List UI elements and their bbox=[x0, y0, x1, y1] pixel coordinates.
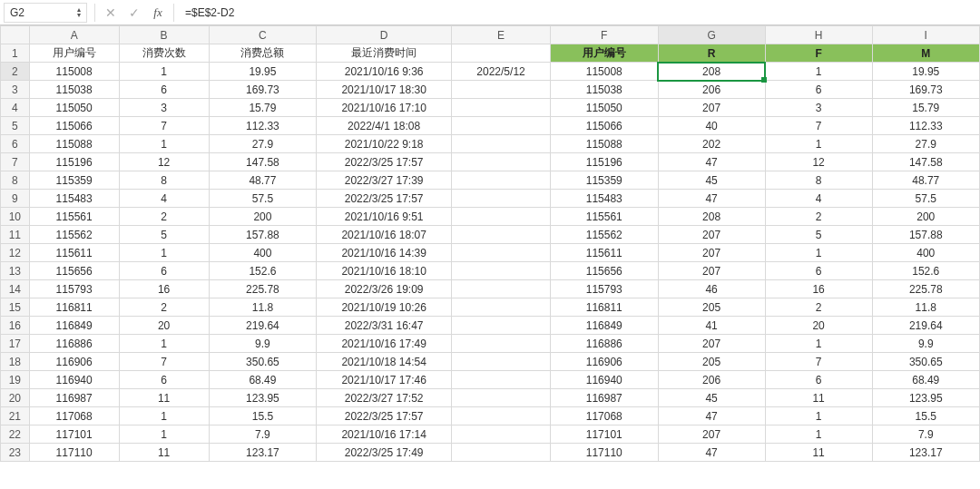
cell-A9[interactable]: 115483 bbox=[29, 190, 119, 208]
cell-H19[interactable]: 6 bbox=[765, 371, 872, 389]
cell-F21[interactable]: 117068 bbox=[550, 407, 658, 425]
cell-G22[interactable]: 207 bbox=[658, 425, 765, 444]
cell-F10[interactable]: 115561 bbox=[550, 208, 658, 226]
cell-F19[interactable]: 116940 bbox=[550, 371, 658, 389]
cell-I20[interactable]: 123.95 bbox=[872, 389, 979, 407]
cell-D8[interactable]: 2022/3/27 17:39 bbox=[317, 171, 452, 190]
cell-D10[interactable]: 2021/10/16 9:51 bbox=[317, 208, 452, 226]
cell-A11[interactable]: 115562 bbox=[29, 226, 119, 244]
cell-E16[interactable] bbox=[452, 317, 551, 335]
cell-A12[interactable]: 115611 bbox=[29, 244, 119, 262]
col-header-E[interactable]: E bbox=[452, 26, 551, 44]
col-header-I[interactable]: I bbox=[872, 26, 979, 44]
row-header-14[interactable]: 14 bbox=[1, 280, 30, 298]
row-header-23[interactable]: 23 bbox=[1, 444, 30, 462]
cell-I2[interactable]: 19.95 bbox=[872, 63, 979, 81]
cell-C22[interactable]: 7.9 bbox=[209, 425, 317, 444]
cell-F16[interactable]: 116849 bbox=[550, 317, 658, 335]
cell-I10[interactable]: 200 bbox=[872, 208, 979, 226]
cell-G23[interactable]: 47 bbox=[658, 444, 765, 462]
cell-E18[interactable] bbox=[452, 353, 551, 371]
row-header-6[interactable]: 6 bbox=[1, 135, 30, 153]
cell-H4[interactable]: 3 bbox=[765, 99, 872, 117]
cell-H22[interactable]: 1 bbox=[765, 425, 872, 444]
cell-E19[interactable] bbox=[452, 371, 551, 389]
cell-B12[interactable]: 1 bbox=[119, 244, 209, 262]
cell-A2[interactable]: 115008 bbox=[29, 63, 119, 81]
col-header-D[interactable]: D bbox=[317, 26, 452, 44]
row-header-5[interactable]: 5 bbox=[1, 117, 30, 135]
row-header-16[interactable]: 16 bbox=[1, 317, 30, 335]
cell-B18[interactable]: 7 bbox=[119, 353, 209, 371]
cell-D2[interactable]: 2021/10/16 9:36 bbox=[317, 63, 452, 81]
row-header-21[interactable]: 21 bbox=[1, 407, 30, 425]
chevron-down-icon[interactable]: ▾ bbox=[77, 13, 81, 18]
cell-G20[interactable]: 45 bbox=[658, 389, 765, 407]
cell-I23[interactable]: 123.17 bbox=[872, 444, 979, 462]
cell-H2[interactable]: 1 bbox=[765, 63, 872, 81]
cell-A14[interactable]: 115793 bbox=[29, 280, 119, 298]
cell-G15[interactable]: 205 bbox=[658, 298, 765, 317]
cell-I9[interactable]: 57.5 bbox=[872, 190, 979, 208]
cell-H18[interactable]: 7 bbox=[765, 353, 872, 371]
cell-C7[interactable]: 147.58 bbox=[209, 153, 317, 171]
cell-B5[interactable]: 7 bbox=[119, 117, 209, 135]
cell-E10[interactable] bbox=[452, 208, 551, 226]
cell-G10[interactable]: 208 bbox=[658, 208, 765, 226]
cell-A22[interactable]: 117101 bbox=[29, 425, 119, 444]
cell-F4[interactable]: 115050 bbox=[550, 99, 658, 117]
col-header-H[interactable]: H bbox=[765, 26, 872, 44]
cell-B13[interactable]: 6 bbox=[119, 262, 209, 280]
row-header-8[interactable]: 8 bbox=[1, 171, 30, 190]
row-header-22[interactable]: 22 bbox=[1, 425, 30, 444]
cell-F20[interactable]: 116987 bbox=[550, 389, 658, 407]
cell-I16[interactable]: 219.64 bbox=[872, 317, 979, 335]
row-header-1[interactable]: 1 bbox=[1, 44, 30, 63]
cell-B17[interactable]: 1 bbox=[119, 335, 209, 353]
row-header-17[interactable]: 17 bbox=[1, 335, 30, 353]
cell-B2[interactable]: 1 bbox=[119, 63, 209, 81]
cell-I18[interactable]: 350.65 bbox=[872, 353, 979, 371]
cell-D18[interactable]: 2021/10/18 14:54 bbox=[317, 353, 452, 371]
cell-H7[interactable]: 12 bbox=[765, 153, 872, 171]
cell-H16[interactable]: 20 bbox=[765, 317, 872, 335]
cell-H10[interactable]: 2 bbox=[765, 208, 872, 226]
cell-C17[interactable]: 9.9 bbox=[209, 335, 317, 353]
cell-G1[interactable]: R bbox=[658, 44, 765, 63]
col-header-B[interactable]: B bbox=[119, 26, 209, 44]
cell-F1[interactable]: 用户编号 bbox=[550, 44, 658, 63]
row-header-11[interactable]: 11 bbox=[1, 226, 30, 244]
cell-C13[interactable]: 152.6 bbox=[209, 262, 317, 280]
col-header-G[interactable]: G bbox=[658, 26, 765, 44]
cell-D14[interactable]: 2022/3/26 19:09 bbox=[317, 280, 452, 298]
cell-C3[interactable]: 169.73 bbox=[209, 81, 317, 99]
cell-G9[interactable]: 47 bbox=[658, 190, 765, 208]
cell-D11[interactable]: 2021/10/16 18:07 bbox=[317, 226, 452, 244]
cell-D23[interactable]: 2022/3/25 17:49 bbox=[317, 444, 452, 462]
cell-E17[interactable] bbox=[452, 335, 551, 353]
cell-G19[interactable]: 206 bbox=[658, 371, 765, 389]
cell-F17[interactable]: 116886 bbox=[550, 335, 658, 353]
cell-A15[interactable]: 116811 bbox=[29, 298, 119, 317]
cell-E1[interactable] bbox=[452, 44, 551, 63]
cell-H11[interactable]: 5 bbox=[765, 226, 872, 244]
cell-I5[interactable]: 112.33 bbox=[872, 117, 979, 135]
cell-G13[interactable]: 207 bbox=[658, 262, 765, 280]
cell-C10[interactable]: 200 bbox=[209, 208, 317, 226]
cell-C5[interactable]: 112.33 bbox=[209, 117, 317, 135]
col-header-F[interactable]: F bbox=[550, 26, 658, 44]
cell-G17[interactable]: 207 bbox=[658, 335, 765, 353]
cell-I21[interactable]: 15.5 bbox=[872, 407, 979, 425]
select-all-corner[interactable] bbox=[1, 26, 30, 44]
cell-D17[interactable]: 2021/10/16 17:49 bbox=[317, 335, 452, 353]
cell-D6[interactable]: 2021/10/22 9:18 bbox=[317, 135, 452, 153]
cell-D12[interactable]: 2021/10/16 14:39 bbox=[317, 244, 452, 262]
cell-F8[interactable]: 115359 bbox=[550, 171, 658, 190]
cell-A17[interactable]: 116886 bbox=[29, 335, 119, 353]
cell-E7[interactable] bbox=[452, 153, 551, 171]
cell-F12[interactable]: 115611 bbox=[550, 244, 658, 262]
cell-E8[interactable] bbox=[452, 171, 551, 190]
cell-C6[interactable]: 27.9 bbox=[209, 135, 317, 153]
cell-B1[interactable]: 消费次数 bbox=[119, 44, 209, 63]
cell-C8[interactable]: 48.77 bbox=[209, 171, 317, 190]
